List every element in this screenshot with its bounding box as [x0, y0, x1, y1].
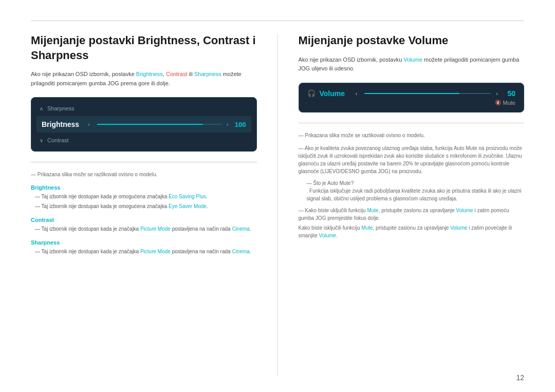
- vol-left-arrow: ‹: [356, 90, 358, 97]
- cinema-link-1: Cinema: [232, 226, 249, 232]
- sharpness-section-label: Sharpness: [31, 239, 257, 246]
- headphone-icon: 🎧: [307, 89, 316, 97]
- mute-label: Mute: [503, 100, 515, 106]
- right-note: — Prikazana slika može se razlikovati ov…: [299, 132, 525, 139]
- mute-row: 🔇 Mute: [307, 100, 516, 106]
- brightness-slider-track: [97, 124, 221, 125]
- mute-link-2: Mute: [361, 225, 373, 231]
- mute-icon: 🔇: [495, 100, 501, 105]
- divider-1: [31, 162, 257, 162]
- vol-right-arrow: ›: [496, 90, 498, 97]
- volume-intro-link: Volume: [403, 57, 422, 63]
- mute-disable-note: Kako biste isključili funkciju Mute, pri…: [299, 224, 525, 239]
- volume-row: 🎧 Volume ‹ › 50: [307, 89, 516, 98]
- arrow-up-icon: ∧: [40, 106, 43, 111]
- slider-right-arrow: ›: [227, 121, 229, 127]
- brightness-slider-fill: [97, 124, 203, 125]
- volume-value: 50: [500, 89, 515, 98]
- left-intro: Ako nije prikazan OSD izbornik, postavke…: [31, 70, 257, 88]
- osd-brightness-row: Brightness ‹ › 100: [36, 116, 251, 133]
- contrast-note: Taj izbornik nije dostupan kada je znača…: [31, 225, 257, 233]
- slider-left-arrow: ‹: [88, 121, 90, 127]
- top-divider: [31, 21, 524, 21]
- mute-enable-note: — Kako biste uključili funkciju Mute, pr…: [299, 207, 525, 222]
- eco-saving-link: Eco Saving Plus: [169, 194, 206, 199]
- brightness-section-label: Brightness: [31, 184, 257, 191]
- volume-link-3: Volume: [319, 233, 336, 238]
- left-note: — Prikazana slika može se razlikovati ov…: [31, 171, 257, 178]
- volume-link-1: Volume: [456, 208, 473, 213]
- eye-saver-link: Eye Saver Mode: [169, 203, 207, 209]
- right-intro: Ako nije prikazan OSD izbornik, postavku…: [299, 55, 525, 73]
- right-divider: [299, 123, 525, 123]
- osd-widget: ∧ Sharpness Brightness ‹ › 100 ∨ Contras…: [31, 97, 257, 152]
- contrast-section-label: Contrast: [31, 217, 257, 223]
- brightness-value: 100: [231, 121, 246, 128]
- brightness-note-2: Taj izbornik nije dostupan kada je omogu…: [31, 202, 257, 211]
- mute-link-1: Mute: [367, 208, 378, 213]
- sharpness-note: Taj izbornik nije dostupan kada je znača…: [31, 248, 257, 256]
- page-number: 12: [516, 374, 524, 382]
- contrast-link: Contrast: [166, 71, 188, 77]
- picture-mode-link-1: Picture Mode: [140, 226, 171, 232]
- volume-slider-track: [364, 93, 491, 94]
- brightness-row-label: Brightness: [42, 120, 88, 128]
- osd-sharpness-row: ∧ Sharpness: [40, 103, 248, 114]
- left-column: Mijenjanje postavki Brightness, Contrast…: [31, 33, 278, 377]
- volume-link-2: Volume: [450, 225, 467, 231]
- volume-label: Volume: [320, 89, 356, 98]
- volume-slider-fill: [364, 93, 459, 94]
- brightness-note-1: Taj izbornik nije dostupan kada je omogu…: [31, 193, 257, 201]
- sharpness-row-label: Sharpness: [47, 105, 88, 111]
- contrast-row-label: Contrast: [47, 137, 88, 143]
- auto-mute-sub: — Što je Auto Mute? Funkcija isključuje …: [299, 179, 525, 202]
- brightness-link: Brightness: [136, 71, 163, 77]
- sharpness-link: Sharpness: [194, 71, 221, 77]
- picture-mode-link-2: Picture Mode: [140, 249, 171, 254]
- osd-contrast-row: ∨ Contrast: [40, 135, 248, 146]
- left-section-title: Mijenjanje postavki Brightness, Contrast…: [31, 33, 257, 63]
- right-column: Mijenjanje postavke Volume Ako nije prik…: [299, 33, 525, 377]
- cinema-link-2: Cinema: [232, 249, 249, 254]
- auto-mute-note: — Ako je kvaliteta zvuka povezanog ulazn…: [299, 144, 525, 175]
- volume-widget: 🎧 Volume ‹ › 50 🔇 Mute: [299, 83, 525, 113]
- arrow-down-icon: ∨: [40, 138, 43, 143]
- right-section-title: Mijenjanje postavke Volume: [299, 33, 525, 48]
